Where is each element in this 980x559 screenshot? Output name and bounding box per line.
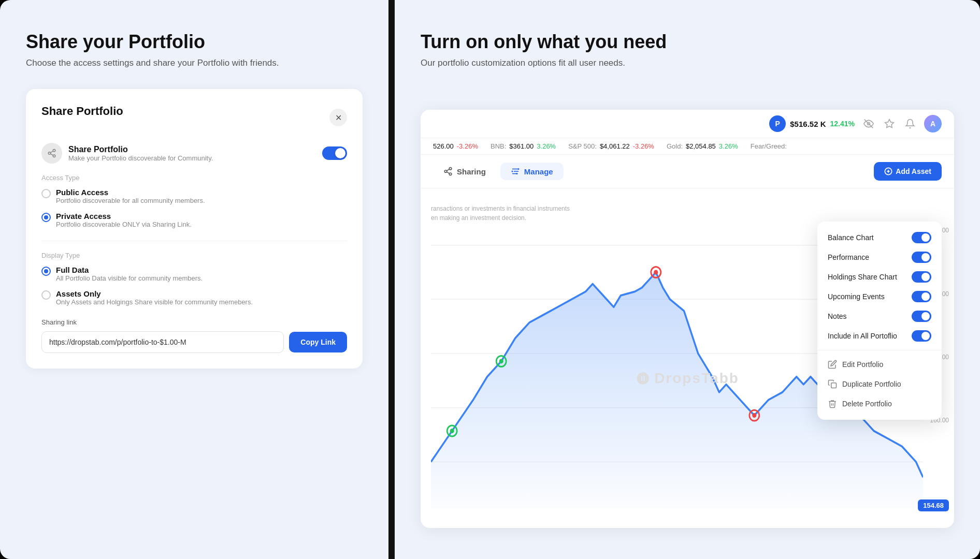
chart-disclaimer: ransactions or investments in financial … — [431, 204, 799, 223]
sharing-link-label: Sharing link — [41, 318, 347, 326]
svg-point-2 — [53, 155, 55, 157]
ticker-item-0: 526.00 -3.26% — [433, 142, 478, 150]
svg-point-29 — [499, 359, 503, 363]
svg-point-16 — [511, 171, 513, 172]
share-icon — [41, 143, 62, 164]
tab-sharing-label: Sharing — [457, 167, 486, 176]
right-title: Turn on only what you need — [421, 31, 954, 53]
full-data-option[interactable]: Full Data All Portfolio Data visible for… — [41, 266, 347, 282]
card-title: Share Portfolio — [41, 105, 123, 118]
dropdown-item-holdings-share-chart[interactable]: Holdings Share Chart — [817, 267, 942, 287]
portfolio-value: $516.52 K — [790, 120, 826, 128]
tab-manage[interactable]: Manage — [500, 163, 564, 180]
svg-point-17 — [517, 168, 519, 170]
add-asset-button[interactable]: Add Asset — [874, 162, 942, 181]
dropdown-item-performance[interactable]: Performance — [817, 247, 942, 267]
dropdown-menu: Balance Chart Performance Holdings Share… — [817, 222, 942, 420]
delete-portfolio-action[interactable]: Delete Portfolio — [817, 394, 942, 414]
right-subtitle: Our portfolio customization options fit … — [421, 58, 954, 68]
close-button[interactable]: ✕ — [329, 109, 347, 126]
ticker-bar: 526.00 -3.26% BNB: $361.00 3.26% S&P 500… — [421, 138, 954, 155]
bell-icon[interactable] — [903, 117, 917, 130]
tab-sharing[interactable]: Sharing — [433, 163, 496, 180]
access-type-label: Access Type — [41, 174, 347, 182]
public-radio[interactable] — [41, 189, 51, 198]
svg-line-3 — [50, 154, 53, 155]
portfolio-icon: P — [769, 115, 786, 132]
include-all-toggle[interactable] — [912, 330, 931, 342]
svg-point-18 — [516, 173, 517, 174]
user-avatar[interactable]: A — [924, 115, 942, 133]
svg-line-6 — [864, 120, 873, 128]
app-mockup: P $516.52 K 12.41% — [421, 110, 954, 528]
copy-link-button[interactable]: Copy Link — [289, 332, 347, 352]
ticker-item-4: Fear/Greed: — [751, 142, 787, 150]
sharing-link-input[interactable] — [41, 331, 284, 353]
right-panel: Turn on only what you need Our portfolio… — [395, 0, 980, 559]
left-panel: Share your Portfolio Choose the access s… — [0, 0, 388, 559]
svg-point-33 — [752, 413, 756, 418]
app-topbar: P $516.52 K 12.41% — [421, 110, 954, 138]
svg-point-0 — [53, 150, 55, 152]
svg-point-8 — [449, 168, 452, 170]
svg-line-11 — [446, 172, 449, 173]
duplicate-portfolio-label: Duplicate Portfolio — [842, 380, 901, 388]
ticker-item-3: Gold: $2,054.85 3.26% — [667, 142, 738, 150]
private-radio[interactable] — [41, 213, 51, 222]
share-portfolio-card: Share Portfolio ✕ Share Portfolio Make y… — [26, 89, 363, 369]
private-access-option[interactable]: Private Access Portfolio discoverable ON… — [41, 212, 347, 228]
delete-portfolio-label: Delete Portfolio — [842, 400, 892, 408]
left-subtitle: Choose the access settings and share you… — [26, 58, 363, 68]
dropdown-divider — [817, 350, 942, 350]
full-data-radio[interactable] — [41, 267, 51, 276]
edit-portfolio-action[interactable]: Edit Portfolio — [817, 355, 942, 374]
portfolio-change: 12.41% — [830, 120, 855, 128]
svg-point-1 — [48, 152, 51, 155]
svg-point-31 — [654, 270, 658, 275]
svg-line-12 — [446, 169, 449, 171]
upcoming-events-toggle[interactable] — [912, 291, 931, 302]
dropdown-item-include-all[interactable]: Include in All Portoflio — [817, 326, 942, 346]
svg-point-35 — [450, 429, 454, 433]
display-type-label: Display Type — [41, 252, 347, 259]
public-access-option[interactable]: Public Access Portfolio discoverable for… — [41, 188, 347, 204]
svg-rect-22 — [831, 383, 837, 388]
ticker-item-2: S&P 500: $4,061.22 -3.26% — [568, 142, 654, 150]
share-toggle[interactable] — [322, 146, 347, 160]
star-icon[interactable] — [883, 117, 896, 130]
left-title: Share your Portfolio — [26, 31, 363, 53]
share-label: Share Portfolio Make your Portfolio disc… — [68, 145, 213, 162]
portfolio-badge: P $516.52 K 12.41% — [769, 115, 855, 132]
divider-1 — [41, 241, 347, 241]
sharing-link-row: Copy Link — [41, 331, 347, 353]
display-type-group: Full Data All Portfolio Data visible for… — [41, 266, 347, 306]
notes-toggle[interactable] — [912, 311, 931, 322]
svg-marker-7 — [885, 120, 894, 128]
app-nav: Sharing Manage Add Asset — [421, 155, 954, 188]
holdings-share-toggle[interactable] — [912, 271, 931, 283]
access-type-group: Public Access Portfolio discoverable for… — [41, 188, 347, 228]
dropdown-item-balance-chart[interactable]: Balance Chart — [817, 228, 942, 247]
svg-point-9 — [444, 170, 447, 173]
edit-portfolio-label: Edit Portfolio — [842, 360, 883, 369]
svg-point-10 — [449, 173, 452, 175]
ticker-item-1: BNB: $361.00 3.26% — [491, 142, 556, 150]
balance-chart-toggle[interactable] — [912, 232, 931, 243]
add-asset-label: Add Asset — [896, 167, 931, 175]
dropdown-item-upcoming-events[interactable]: Upcoming Events — [817, 287, 942, 306]
duplicate-portfolio-action[interactable]: Duplicate Portfolio — [817, 374, 942, 394]
svg-line-4 — [50, 151, 53, 153]
performance-toggle[interactable] — [912, 252, 931, 263]
tab-manage-label: Manage — [524, 167, 553, 176]
dropdown-item-notes[interactable]: Notes — [817, 306, 942, 326]
share-toggle-row: Share Portfolio Make your Portfolio disc… — [41, 143, 213, 164]
assets-only-option[interactable]: Assets Only Only Assets and Holgings Sha… — [41, 289, 347, 306]
assets-only-radio[interactable] — [41, 290, 51, 300]
last-value-badge: 154.68 — [918, 499, 949, 511]
visibility-icon[interactable] — [862, 117, 875, 130]
panel-divider — [388, 0, 395, 559]
